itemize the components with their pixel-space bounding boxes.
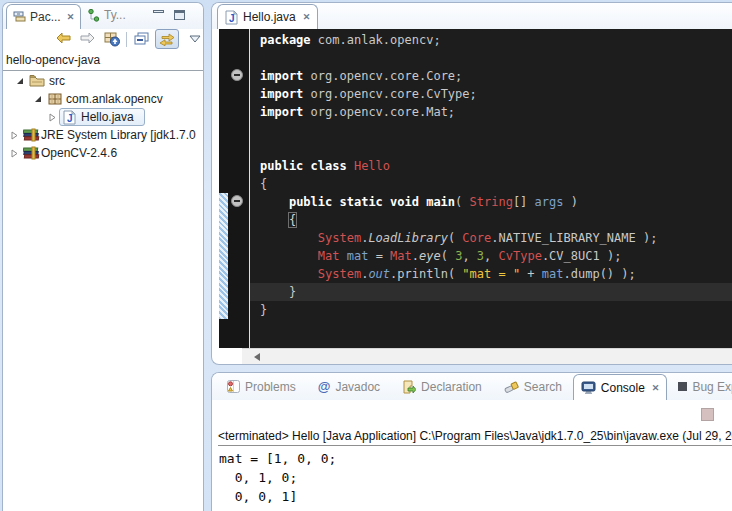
tree-item-opencv-library[interactable]: OpenCV-2.4.6 — [3, 144, 203, 162]
code-token: System — [318, 231, 361, 245]
code-token: mat — [347, 249, 369, 263]
code-token: Core — [462, 231, 491, 245]
tree-label: src — [49, 72, 65, 90]
tree-item-jre-library[interactable]: JRE System Library [jdk1.7.0 — [3, 126, 203, 144]
collapse-all-icon[interactable] — [133, 31, 151, 47]
code-line[interactable]: Mat mat = Mat.eye( 3, 3, CvType.CV_8UC1 … — [250, 247, 732, 265]
tab-problems[interactable]: Problems — [220, 373, 303, 400]
link-with-editor-button[interactable] — [155, 29, 179, 49]
code-token: , — [462, 249, 476, 263]
code-line[interactable]: import org.opencv.core.Core; — [250, 67, 732, 85]
code-token: Mat — [390, 249, 412, 263]
code-token: .NATIVE_LIBRARY_NAME ); — [491, 231, 657, 245]
code-token: com.anlak.opencv; — [311, 33, 441, 47]
code-editor[interactable]: package com.anlak.opencv;import org.open… — [219, 29, 732, 348]
code-line[interactable]: { — [250, 211, 732, 229]
console-toolbar — [212, 400, 732, 426]
code-token: out — [368, 267, 390, 281]
svg-text:J: J — [67, 113, 73, 124]
collapsed-arrow-icon[interactable] — [47, 112, 57, 123]
code-token: ( — [448, 267, 462, 281]
fold-collapse-icon[interactable] — [231, 69, 243, 81]
method-range-indicator — [219, 193, 228, 319]
view-menu-icon[interactable] — [189, 35, 201, 43]
code-line[interactable]: public class Hello — [250, 157, 732, 175]
code-token — [339, 249, 346, 263]
code-token: import — [260, 87, 303, 101]
code-line[interactable]: } — [250, 301, 732, 319]
code-token: ( — [448, 231, 462, 245]
close-icon[interactable]: ✕ — [652, 383, 660, 393]
close-icon[interactable]: ✕ — [303, 12, 311, 22]
code-lines: package com.anlak.opencv;import org.open… — [250, 29, 732, 348]
code-token: "mat = " — [462, 267, 520, 281]
code-token: { — [260, 177, 267, 191]
code-token: eye — [419, 249, 441, 263]
code-token — [260, 267, 318, 281]
tab-label: Search — [524, 380, 562, 394]
tab-label: Console — [601, 381, 645, 395]
tab-search[interactable]: Search — [497, 373, 569, 400]
tree-item-package[interactable]: com.anlak.opencv — [3, 90, 203, 108]
code-token — [260, 195, 289, 209]
expanded-arrow-icon[interactable] — [15, 76, 25, 86]
tab-label: Problems — [245, 380, 296, 394]
code-token: } — [260, 303, 267, 317]
code-line[interactable]: } — [250, 283, 732, 301]
code-token: + — [520, 267, 542, 281]
terminate-button[interactable] — [701, 408, 714, 421]
java-file-icon: J — [63, 110, 76, 125]
tab-hello-java[interactable]: J Hello.java ✕ — [217, 4, 318, 29]
code-line[interactable] — [250, 121, 732, 139]
code-line[interactable]: import org.opencv.core.Mat; — [250, 103, 732, 121]
collapsed-arrow-icon[interactable] — [9, 148, 19, 159]
go-up-icon[interactable] — [103, 31, 121, 47]
console-output[interactable]: mat = [1, 0, 0; 0, 1, 0; 0, 0, 1] — [219, 449, 732, 511]
code-token: System — [318, 267, 361, 281]
link-with-editor-icon — [159, 33, 175, 46]
code-token: package — [260, 33, 311, 47]
minimize-icon[interactable] — [153, 10, 164, 13]
code-token: [] — [513, 195, 535, 209]
tab-javadoc[interactable]: @ Javadoc — [311, 373, 387, 400]
code-line[interactable]: System.LoadLibrary( Core.NATIVE_LIBRARY_… — [250, 229, 732, 247]
tree-item-hello-java[interactable]: J Hello.java — [3, 108, 203, 126]
maximize-icon[interactable] — [174, 10, 185, 20]
code-token: = — [368, 249, 390, 263]
tab-type-hierarchy[interactable]: Ty... — [87, 8, 126, 22]
code-token: CvType — [499, 249, 542, 263]
close-icon[interactable]: ✕ — [67, 12, 75, 22]
forward-icon[interactable] — [79, 31, 96, 45]
tab-console[interactable]: Console ✕ — [573, 374, 668, 400]
tab-declaration[interactable]: Declaration — [395, 373, 489, 400]
code-line[interactable]: { — [250, 175, 732, 193]
fold-collapse-icon[interactable] — [231, 195, 243, 207]
toolbar-separator — [126, 32, 127, 47]
scroll-left-icon[interactable] — [254, 353, 260, 361]
code-line[interactable]: package com.anlak.opencv; — [250, 31, 732, 49]
console-line: mat = [1, 0, 0; — [219, 449, 732, 468]
code-line[interactable]: import org.opencv.core.CvType; — [250, 85, 732, 103]
explorer-toolbar — [3, 29, 203, 51]
tree-item-src[interactable]: src — [3, 72, 203, 90]
bug-explorer-icon — [678, 382, 687, 391]
collapsed-arrow-icon[interactable] — [9, 130, 19, 141]
package-explorer-icon — [13, 11, 26, 24]
code-line[interactable] — [250, 139, 732, 157]
tree-item-project[interactable]: hello-opencv-java — [6, 53, 100, 68]
eclipse-window: Pac... ✕ Ty... — [0, 0, 732, 511]
tab-bug-explorer[interactable]: Bug Explorer — [671, 373, 732, 400]
console-line: 0, 1, 0; — [219, 468, 732, 487]
back-icon[interactable] — [55, 31, 72, 45]
expanded-arrow-icon[interactable] — [33, 94, 43, 104]
code-token: public static void main — [289, 195, 455, 209]
tree-separator — [3, 70, 203, 71]
code-line[interactable]: public static void main( String[] args ) — [250, 193, 732, 211]
horizontal-scrollbar[interactable] — [242, 348, 732, 364]
code-line[interactable] — [250, 49, 732, 67]
tree-label: Hello.java — [81, 108, 134, 126]
library-icon — [23, 146, 40, 160]
code-token: .dump() ); — [564, 267, 636, 281]
tab-package-explorer[interactable]: Pac... ✕ — [6, 4, 81, 29]
code-line[interactable]: System.out.println( "mat = " + mat.dump(… — [250, 265, 732, 283]
